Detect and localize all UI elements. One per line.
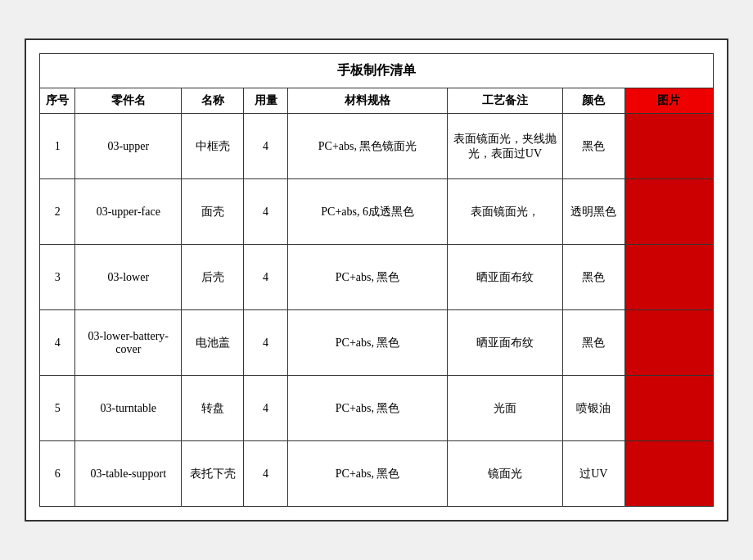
cell-spec: PC+abs, 黑色 [288,441,448,507]
cell-name: 转盘 [182,376,244,441]
page-container: 手板制作清单 序号 零件名 名称 用量 材料规格 工艺备注 颜色 图片 103-… [25,38,728,522]
cell-spec: PC+abs, 黑色 [288,310,448,376]
cell-pic [624,179,713,245]
cell-seq: 5 [40,376,75,441]
cell-name: 电池盖 [182,310,244,376]
cell-process: 表面镜面光，夹线抛光，表面过UV [448,114,563,179]
header-row: 序号 零件名 名称 用量 材料规格 工艺备注 颜色 图片 [40,88,714,114]
cell-name: 后壳 [182,245,244,310]
cell-qty: 4 [244,441,288,507]
cell-qty: 4 [244,114,288,179]
cell-seq: 3 [40,245,75,310]
cell-name: 面壳 [182,179,244,245]
cell-name: 中框壳 [182,114,244,179]
cell-seq: 2 [40,179,75,245]
header-color: 颜色 [562,88,624,114]
cell-spec: PC+abs, 黑色 [288,376,448,441]
header-qty: 用量 [244,88,288,114]
cell-pic [624,310,713,376]
cell-color: 黑色 [562,310,624,376]
cell-part: 03-upper [75,114,182,179]
cell-color: 喷银油 [562,376,624,441]
cell-color: 黑色 [562,114,624,179]
cell-part: 03-lower-battery-cover [75,310,182,376]
table-row: 103-upper中框壳4PC+abs, 黑色镜面光表面镜面光，夹线抛光，表面过… [40,114,714,179]
cell-process: 光面 [448,376,563,441]
table-row: 603-table-support表托下壳4PC+abs, 黑色镜面光过UV [40,441,714,507]
cell-process: 晒亚面布纹 [448,245,563,310]
cell-seq: 4 [40,310,75,376]
cell-name: 表托下壳 [182,441,244,507]
cell-color: 过UV [562,441,624,507]
table-title: 手板制作清单 [39,53,714,88]
header-pic: 图片 [624,88,713,114]
cell-process: 晒亚面布纹 [448,310,563,376]
cell-part: 03-lower [75,245,182,310]
cell-part: 03-upper-face [75,179,182,245]
cell-spec: PC+abs, 黑色镜面光 [288,114,448,179]
cell-part: 03-table-support [75,441,182,507]
cell-process: 镜面光 [448,441,563,507]
cell-qty: 4 [244,245,288,310]
header-name: 名称 [182,88,244,114]
cell-qty: 4 [244,310,288,376]
table-row: 403-lower-battery-cover电池盖4PC+abs, 黑色晒亚面… [40,310,714,376]
cell-part: 03-turntable [75,376,182,441]
cell-process: 表面镜面光， [448,179,563,245]
cell-qty: 4 [244,376,288,441]
header-process: 工艺备注 [448,88,563,114]
cell-qty: 4 [244,179,288,245]
cell-seq: 1 [40,114,75,179]
header-part: 零件名 [75,88,182,114]
header-spec: 材料规格 [288,88,448,114]
main-table: 序号 零件名 名称 用量 材料规格 工艺备注 颜色 图片 103-upper中框… [39,88,714,507]
cell-color: 透明黑色 [562,179,624,245]
cell-color: 黑色 [562,245,624,310]
header-seq: 序号 [40,88,75,114]
cell-pic [624,376,713,441]
cell-pic [624,245,713,310]
table-row: 203-upper-face面壳4PC+abs, 6成透黑色表面镜面光，透明黑色 [40,179,714,245]
cell-pic [624,114,713,179]
cell-seq: 6 [40,441,75,507]
cell-pic [624,441,713,507]
table-row: 503-turntable转盘4PC+abs, 黑色光面喷银油 [40,376,714,441]
cell-spec: PC+abs, 黑色 [288,245,448,310]
cell-spec: PC+abs, 6成透黑色 [288,179,448,245]
table-row: 303-lower后壳4PC+abs, 黑色晒亚面布纹黑色 [40,245,714,310]
